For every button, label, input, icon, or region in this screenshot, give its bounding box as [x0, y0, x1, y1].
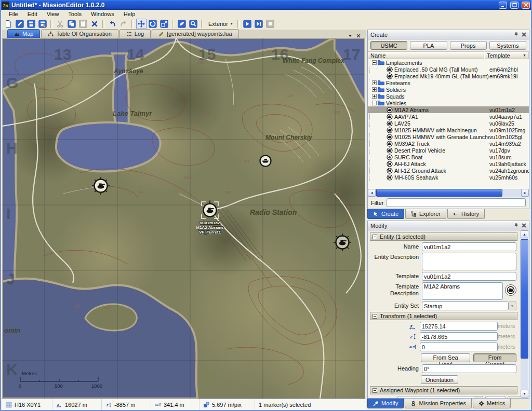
template-preview-button[interactable] [505, 284, 516, 296]
scroll-track[interactable] [376, 189, 521, 197]
tree-row[interactable]: M1025 HMMWV with Machinegunvu09m1025mg [368, 127, 529, 133]
emplacement-marker[interactable] [92, 177, 110, 195]
faction-tab-usmc[interactable]: USMC [370, 41, 407, 50]
tree-row[interactable]: Emplacements [368, 59, 529, 66]
exterior-dropdown[interactable]: Exterior▾ [205, 20, 235, 28]
close-icon[interactable] [356, 34, 361, 38]
tree-row[interactable]: M1025 HMMWV with Grenade Launchervu10m10… [368, 133, 529, 140]
tab--generated-waypoints-lua[interactable]: [generated] waypoints.lua [152, 29, 238, 38]
redo-button[interactable] [118, 19, 129, 29]
waypoint-section-header[interactable]: Assigned Waypoint (1 selected) [370, 386, 517, 394]
scroll-right-button[interactable]: ► [521, 189, 529, 197]
tree-row[interactable]: AH-6J Attackvu19ah6jattack [368, 160, 529, 167]
filter-input[interactable] [387, 198, 526, 207]
column-header-template[interactable]: Template ▼ [484, 51, 529, 59]
tree-row[interactable]: AH-1Z Ground Attackvu24ah1zground [368, 167, 529, 174]
from-ground-button[interactable]: From Ground [473, 353, 516, 362]
tab-map[interactable]: Map [7, 29, 40, 38]
collapse-icon[interactable] [373, 314, 377, 319]
expand-toggle[interactable] [371, 80, 377, 85]
entity-description-input[interactable] [422, 253, 516, 270]
orientation-button[interactable]: Orientation [421, 375, 458, 384]
menu-item-file[interactable]: File [4, 10, 23, 18]
move-button[interactable] [136, 19, 147, 29]
tab-history[interactable]: History [447, 209, 485, 219]
pick-waypoint-button[interactable]: Pick [485, 396, 506, 398]
faction-tab-pla[interactable]: PLA [410, 41, 447, 50]
tree-row[interactable]: Emplaced .50 Cal MG (Tall Mount)em64m2hb… [368, 66, 529, 73]
waypoint-select[interactable] [397, 396, 475, 398]
paste-button[interactable] [78, 19, 88, 29]
altitude-input[interactable] [420, 342, 498, 351]
maximize-button[interactable] [510, 2, 518, 9]
column-header-name[interactable]: Name [368, 51, 484, 59]
tab-metrics[interactable]: Metrics [473, 399, 511, 408]
collapse-toggle[interactable] [371, 60, 377, 65]
tab-explorer[interactable]: Explorer [405, 209, 446, 219]
faction-tab-props[interactable]: Props [450, 41, 487, 50]
tab-create[interactable]: Create [367, 209, 404, 219]
template-input[interactable] [422, 272, 516, 281]
from-sea-level-button[interactable]: From Sea Level [421, 353, 470, 362]
entity-set-select[interactable] [422, 302, 509, 310]
save-as-button[interactable] [37, 19, 48, 29]
save-button[interactable] [26, 19, 36, 29]
transform-section-header[interactable]: Transform (1 selected) [370, 312, 517, 320]
scroll-up-button[interactable]: ▲ [521, 230, 528, 238]
pin-icon[interactable] [514, 223, 518, 228]
tree-row[interactable]: MH-60S Seahawkvu25mh60s [368, 174, 529, 181]
collapse-toggle[interactable] [371, 101, 377, 105]
emplacement-dark-marker[interactable] [334, 234, 351, 251]
edit-mission-button[interactable] [15, 19, 25, 29]
tree-row[interactable]: Vehicles [368, 100, 529, 106]
scroll-thumb[interactable] [521, 239, 528, 359]
menu-item-view[interactable]: View [42, 10, 64, 18]
play-button[interactable] [242, 19, 252, 29]
entity-section-header[interactable]: Entity (1 selected) [370, 232, 517, 241]
waypoint-dropdown-arrow[interactable]: ▼ [475, 396, 483, 398]
expand-toggle[interactable] [371, 94, 377, 99]
tab-table-of-organisation[interactable]: Table Of Organisation [41, 29, 118, 38]
expand-toggle[interactable] [371, 87, 377, 92]
vehicle-marker[interactable] [260, 156, 271, 167]
zoom-button[interactable] [188, 19, 198, 29]
undo-button[interactable] [107, 19, 117, 29]
tree-row[interactable]: Desert Patrol Vehiclevu17dpv [368, 147, 529, 154]
tab-modify[interactable]: Modify [367, 399, 404, 408]
tree-row[interactable]: Squads [368, 93, 529, 100]
map-canvas[interactable]: 1314151617GHIJK4040120120200120402002804… [2, 38, 365, 399]
stop-button[interactable] [265, 19, 275, 29]
scroll-track[interactable] [521, 238, 528, 390]
close-icon[interactable] [522, 223, 526, 228]
step-button[interactable] [254, 19, 264, 29]
new-button[interactable] [3, 19, 14, 29]
tree-row[interactable]: Soldiers [368, 86, 529, 93]
z-coordinate-input[interactable] [420, 332, 498, 341]
scroll-down-button[interactable]: ▼ [521, 390, 528, 398]
heading-input[interactable] [422, 364, 516, 373]
scroll-left-button[interactable]: ◄ [368, 189, 376, 197]
template-description-input[interactable]: M1A2 Abrams [422, 282, 503, 300]
tree-row[interactable]: LAV25vu06lav25 [368, 120, 529, 127]
entity-set-dropdown-arrow[interactable]: ▼ [509, 302, 516, 310]
close-button[interactable] [522, 2, 530, 9]
menu-item-help[interactable]: Help [119, 10, 140, 18]
tree-row[interactable]: Fireteams [368, 79, 529, 86]
entity-name-input[interactable] [422, 242, 516, 251]
delete-button[interactable] [89, 19, 100, 29]
tree-row[interactable]: M939A2 Truckvu14m939a2 [368, 140, 529, 147]
collapse-icon[interactable] [373, 235, 377, 239]
camera-button[interactable] [177, 19, 187, 29]
menu-item-tools[interactable]: Tools [63, 10, 86, 18]
tree-row[interactable]: AAVP7A1vu04aavp7a1 [368, 113, 529, 120]
chevron-down-icon[interactable] [348, 34, 352, 38]
menu-item-edit[interactable]: Edit [23, 10, 42, 18]
tab-log[interactable]: Log [119, 29, 151, 38]
pin-icon[interactable] [514, 32, 518, 37]
minimize-button[interactable] [499, 2, 507, 9]
menu-item-windows[interactable]: Windows [86, 10, 119, 18]
copy-button[interactable] [66, 19, 77, 29]
faction-tab-systems[interactable]: Systems [489, 41, 526, 50]
scroll-thumb[interactable] [376, 189, 502, 197]
x-coordinate-input[interactable] [420, 322, 498, 331]
